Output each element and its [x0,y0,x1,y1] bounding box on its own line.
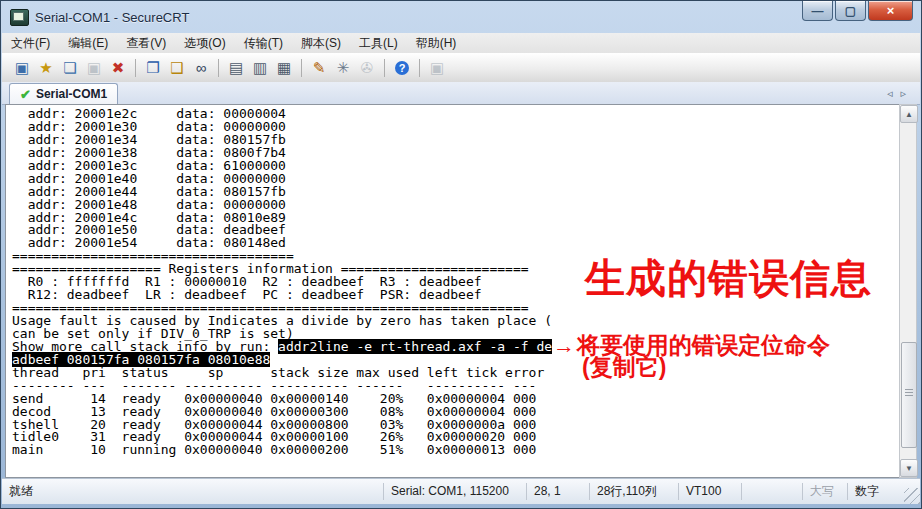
minimize-button[interactable]: — [802,1,833,21]
toolbar-separator [419,59,420,77]
quick-connect-icon[interactable]: ★ [34,56,58,80]
status-cursor: 28, 1 [526,483,589,500]
status-blank [741,483,802,500]
maximize-button[interactable]: ▢ [835,1,866,21]
reconnect-icon: ▣ [82,56,106,80]
connect-in-tab-icon[interactable]: ❏ [58,56,82,80]
toolbar-separator [135,59,136,77]
disconnect-icon[interactable]: ✖ [106,56,130,80]
status-num: 数字 [847,483,892,500]
close-button[interactable]: × [868,1,913,21]
tab-label: Serial-COM1 [36,87,107,101]
window-controls: —▢× [802,1,921,27]
paste-icon[interactable]: ❑ [165,56,189,80]
scrollbar-thumb[interactable] [901,342,917,448]
key-icon: ✇ [355,56,379,80]
toolbar-separator [218,59,219,77]
resize-grip[interactable] [904,488,920,504]
find-icon[interactable]: ∞ [189,56,213,80]
vertical-scrollbar: ▲ ▼ [899,104,917,478]
connect-icon[interactable]: ▣ [10,56,34,80]
menu-view[interactable]: 查看(V) [117,33,175,54]
menu-transfer[interactable]: 传输(T) [235,33,292,54]
tab-scroll-left-icon[interactable]: ◃ [887,87,893,100]
menu-options[interactable]: 选项(O) [175,33,234,54]
title-bar[interactable]: Serial-COM1 - SecureCRT —▢× [1,1,921,33]
terminal-line: main 10 running 0x00000040 0x00000200 51… [12,444,899,457]
window-title: Serial-COM1 - SecureCRT [35,10,189,25]
toolbar-separator [384,59,385,77]
menu-edit[interactable]: 编辑(E) [59,33,117,54]
menu-script[interactable]: 脚本(S) [292,33,350,54]
terminal-output[interactable]: addr: 20001e2c data: 00000004 addr: 2000… [5,104,899,478]
scroll-down-button[interactable]: ▼ [900,459,918,477]
menu-help[interactable]: 帮助(H) [407,33,466,54]
global-options-icon[interactable]: ✳ [331,56,355,80]
securecrt-window: Serial-COM1 - SecureCRT —▢× 文件(F)编辑(E)查看… [0,0,922,509]
status-bar: 就绪Serial: COM1, 11520028, 128行,110列VT100… [2,478,920,504]
session-options-icon[interactable]: ✎ [307,56,331,80]
menu-tools[interactable]: 工具(L) [350,33,407,54]
status-caps: 大写 [802,483,847,500]
tab-bar: ✔ Serial-COM1 ◃ ▹ [2,82,920,105]
toolbar: ▣★❏▣✖❐❑∞▤▥▦✎✳✇?▣ [2,53,920,83]
app-icon [10,9,29,26]
status-ready: 就绪 [2,483,383,500]
scroll-up-button[interactable]: ▲ [900,105,918,123]
menu-bar: 文件(F)编辑(E)查看(V)选项(O)传输(T)脚本(S)工具(L)帮助(H) [2,33,920,54]
help-icon[interactable]: ? [390,56,414,80]
log-session-icon[interactable]: ▤ [224,56,248,80]
tab-serial-com1[interactable]: ✔ Serial-COM1 [9,83,118,104]
print-icon[interactable]: ▦ [272,56,296,80]
copy-icon[interactable]: ❐ [141,56,165,80]
raw-log-icon[interactable]: ▥ [248,56,272,80]
status-size: 28行,110列 [589,483,678,500]
session-manager-icon: ▣ [425,56,449,80]
menu-file[interactable]: 文件(F) [2,33,59,54]
status-emulation: VT100 [678,483,741,500]
connected-check-icon: ✔ [20,87,31,102]
tab-nav: ◃ ▹ [887,87,920,104]
status-serial: Serial: COM1, 115200 [383,483,526,500]
toolbar-separator [301,59,302,77]
tab-scroll-right-icon[interactable]: ▹ [900,87,906,100]
